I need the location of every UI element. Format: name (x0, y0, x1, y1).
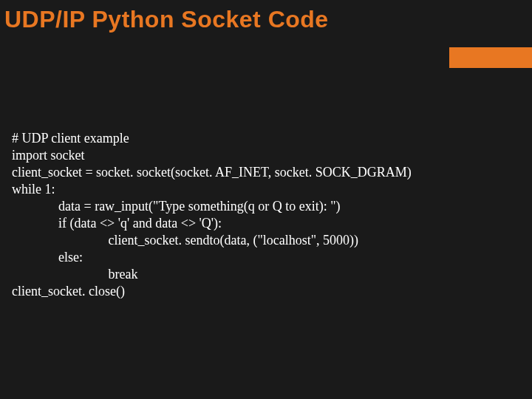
code-line: else: (12, 250, 83, 265)
slide-title: UDP/IP Python Socket Code (0, 0, 532, 33)
accent-bar (449, 47, 532, 68)
code-line: import socket (12, 148, 84, 163)
code-line: client_socket. sendto(data, ("localhost"… (12, 233, 358, 248)
code-line: client_socket = socket. socket(socket. A… (12, 165, 412, 180)
code-line: data = raw_input("Type something(q or Q … (12, 199, 341, 214)
code-line: client_socket. close() (12, 284, 125, 299)
code-line: while 1: (12, 182, 55, 197)
code-block: # UDP client example import socket clien… (12, 130, 520, 300)
code-line: if (data <> 'q' and data <> 'Q'): (12, 216, 222, 231)
code-line: break (12, 267, 137, 282)
code-line: # UDP client example (12, 131, 129, 146)
